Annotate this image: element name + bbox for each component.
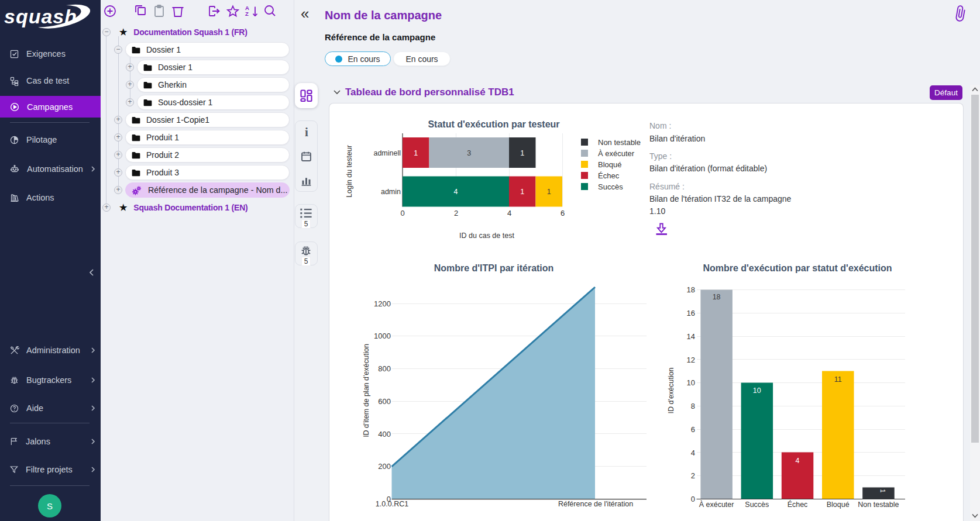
svg-text:6: 6 bbox=[691, 425, 695, 434]
svg-text:Bloqué: Bloqué bbox=[827, 501, 850, 509]
svg-text:2: 2 bbox=[691, 471, 695, 480]
svg-text:1: 1 bbox=[547, 188, 551, 196]
svg-text:1: 1 bbox=[520, 149, 524, 157]
svg-text:ID d'item de plan d'exécution: ID d'item de plan d'exécution bbox=[362, 344, 370, 437]
svg-text:À exécuter: À exécuter bbox=[598, 149, 635, 158]
svg-text:11: 11 bbox=[834, 375, 842, 384]
svg-text:Bloqué: Bloqué bbox=[598, 160, 621, 169]
svg-text:Succès: Succès bbox=[598, 182, 623, 191]
svg-text:Non testable: Non testable bbox=[858, 501, 899, 509]
svg-text:10: 10 bbox=[753, 387, 761, 395]
svg-text:1: 1 bbox=[520, 188, 524, 196]
svg-text:adminell: adminell bbox=[373, 149, 401, 157]
svg-text:Z: Z bbox=[245, 11, 249, 17]
svg-text:18: 18 bbox=[687, 285, 695, 294]
svg-text:Nom :: Nom : bbox=[649, 121, 671, 130]
svg-text:600: 600 bbox=[378, 397, 391, 406]
svg-text:4: 4 bbox=[691, 448, 695, 457]
svg-text:4: 4 bbox=[796, 457, 800, 465]
svg-text:Succès: Succès bbox=[745, 501, 769, 509]
svg-text:Statut d'exécution par testeur: Statut d'exécution par testeur bbox=[428, 119, 559, 129]
svg-text:Bilan de l'tération IT32 de la: Bilan de l'tération IT32 de la campagne bbox=[649, 194, 792, 203]
svg-text:Échec: Échec bbox=[788, 500, 808, 509]
svg-text:8: 8 bbox=[691, 402, 695, 410]
svg-text:Bilan d'itération (format édit: Bilan d'itération (format éditable) bbox=[649, 164, 767, 173]
svg-text:À exécuter: À exécuter bbox=[699, 500, 734, 509]
svg-text:4: 4 bbox=[507, 209, 511, 218]
svg-text:12: 12 bbox=[687, 356, 695, 364]
svg-text:18: 18 bbox=[713, 293, 721, 301]
svg-text:Résumé :: Résumé : bbox=[649, 182, 685, 191]
svg-text:10: 10 bbox=[687, 378, 695, 387]
svg-text:Non testable: Non testable bbox=[598, 138, 641, 147]
svg-text:200: 200 bbox=[378, 462, 391, 471]
svg-text:1.0.0.RC1: 1.0.0.RC1 bbox=[376, 500, 408, 508]
svg-text:800: 800 bbox=[378, 364, 391, 373]
svg-text:1.10: 1.10 bbox=[649, 206, 665, 216]
svg-text:admin: admin bbox=[381, 188, 401, 196]
svg-text:16: 16 bbox=[687, 309, 695, 318]
svg-text:1000: 1000 bbox=[374, 332, 391, 340]
svg-text:Type :: Type : bbox=[649, 151, 672, 161]
svg-text:ID d'exécution: ID d'exécution bbox=[667, 368, 675, 414]
svg-text:Login du testeur: Login du testeur bbox=[345, 145, 353, 198]
svg-text:Échec: Échec bbox=[598, 171, 620, 180]
svg-text:4: 4 bbox=[454, 188, 458, 196]
svg-text:1: 1 bbox=[879, 489, 886, 492]
svg-text:1200: 1200 bbox=[374, 299, 391, 308]
svg-text:Bilan d'itération: Bilan d'itération bbox=[649, 134, 705, 143]
svg-text:2: 2 bbox=[454, 209, 458, 218]
svg-text:Nombre d'ITPI par itération: Nombre d'ITPI par itération bbox=[434, 263, 554, 273]
svg-text:400: 400 bbox=[378, 430, 391, 439]
svg-text:Nombre d'exécution par statut: Nombre d'exécution par statut d'exécutio… bbox=[703, 263, 892, 273]
svg-text:ID du cas de test: ID du cas de test bbox=[459, 232, 514, 240]
svg-text:0: 0 bbox=[691, 495, 695, 503]
svg-text:6: 6 bbox=[561, 209, 565, 218]
svg-text:Référence de l'itération: Référence de l'itération bbox=[558, 500, 633, 508]
svg-text:14: 14 bbox=[687, 332, 695, 341]
svg-text:0: 0 bbox=[400, 209, 404, 218]
svg-text:1: 1 bbox=[414, 149, 418, 157]
svg-text:3: 3 bbox=[467, 149, 471, 157]
